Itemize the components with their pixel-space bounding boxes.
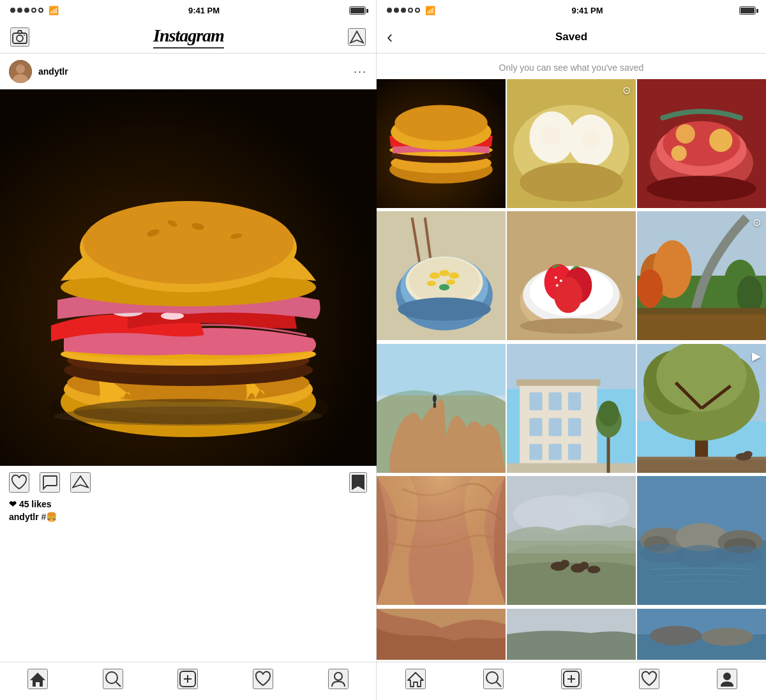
saved-item-building[interactable] bbox=[507, 344, 636, 473]
instagram-logo: Instagram bbox=[153, 26, 224, 48]
avatar[interactable] bbox=[9, 60, 32, 83]
svg-rect-113 bbox=[507, 463, 636, 473]
saved-item-partial1[interactable] bbox=[377, 609, 506, 660]
signal-dots-right bbox=[387, 8, 420, 13]
camera-button[interactable] bbox=[10, 27, 29, 47]
svg-point-85 bbox=[520, 318, 623, 334]
saved-item-antelope[interactable] bbox=[377, 476, 506, 605]
svg-rect-105 bbox=[568, 392, 581, 410]
home-nav-button-right[interactable] bbox=[405, 669, 426, 689]
wifi-icon: 📶 bbox=[49, 6, 59, 15]
status-time-right: 9:41 PM bbox=[571, 6, 603, 15]
svg-rect-110 bbox=[549, 443, 562, 459]
bottom-nav-left bbox=[0, 662, 376, 700]
svg-rect-154 bbox=[507, 609, 636, 634]
right-panel: 📶 9:41 PM ‹ Saved Only you can see what … bbox=[377, 0, 766, 700]
svg-marker-30 bbox=[73, 476, 88, 488]
heart-nav-button[interactable] bbox=[253, 669, 273, 689]
like-button[interactable] bbox=[9, 472, 29, 493]
dot2 bbox=[17, 8, 22, 13]
more-options-button[interactable]: ··· bbox=[354, 65, 367, 78]
bottom-nav-right bbox=[377, 662, 766, 700]
status-bar-right: 📶 9:41 PM bbox=[377, 0, 766, 20]
svg-point-90 bbox=[637, 269, 663, 308]
saved-item-meadow[interactable] bbox=[507, 476, 636, 605]
svg-line-160 bbox=[497, 682, 501, 687]
username[interactable]: andytlr bbox=[38, 66, 68, 77]
saved-item-autumn[interactable]: ⊙ bbox=[637, 211, 766, 340]
share-button[interactable] bbox=[70, 472, 91, 493]
status-time-left: 9:41 PM bbox=[188, 6, 220, 15]
dot4 bbox=[31, 8, 36, 13]
saved-header: ‹ Saved bbox=[377, 20, 766, 54]
video-icon-tree: ▶ bbox=[752, 349, 761, 363]
svg-point-71 bbox=[427, 281, 436, 286]
svg-point-48 bbox=[543, 126, 562, 145]
bookmark-button[interactable] bbox=[349, 472, 367, 493]
svg-point-157 bbox=[650, 625, 702, 644]
profile-nav-button-right[interactable] bbox=[717, 669, 737, 689]
svg-point-74 bbox=[398, 298, 490, 321]
saved-item-eggs[interactable]: ⊙ bbox=[507, 79, 636, 208]
svg-point-7 bbox=[17, 65, 24, 73]
svg-rect-103 bbox=[529, 392, 542, 410]
post-caption: andytlr #🍔 bbox=[9, 512, 367, 522]
add-nav-button-right[interactable] bbox=[561, 669, 582, 689]
caption-text: #🍔 bbox=[41, 512, 57, 522]
svg-point-59 bbox=[647, 176, 756, 202]
profile-nav-button[interactable] bbox=[328, 669, 349, 689]
saved-item-porridge[interactable] bbox=[377, 211, 506, 340]
svg-point-2 bbox=[24, 34, 25, 36]
action-icons-left bbox=[9, 472, 91, 493]
svg-point-69 bbox=[439, 270, 449, 276]
svg-point-129 bbox=[744, 451, 753, 457]
svg-rect-111 bbox=[568, 443, 581, 459]
saved-grid: ⊙ bbox=[377, 79, 766, 662]
comment-button[interactable] bbox=[40, 472, 60, 493]
svg-point-23 bbox=[83, 201, 294, 284]
rdot5 bbox=[415, 8, 420, 13]
saved-item-tree[interactable]: ▶ bbox=[637, 344, 766, 473]
dot5 bbox=[38, 8, 43, 13]
saved-item-bowl[interactable] bbox=[637, 79, 766, 208]
home-nav-button[interactable] bbox=[27, 669, 48, 689]
add-nav-button[interactable] bbox=[177, 669, 198, 689]
saved-item-partial3[interactable] bbox=[637, 609, 766, 660]
svg-point-58 bbox=[672, 145, 687, 161]
saved-item-rocks[interactable] bbox=[637, 476, 766, 605]
rdot4 bbox=[408, 8, 413, 13]
saved-item-canyon[interactable] bbox=[377, 344, 506, 473]
svg-point-159 bbox=[486, 672, 498, 683]
svg-point-70 bbox=[449, 272, 459, 279]
user-info: andytlr bbox=[9, 60, 68, 83]
likes-count: ❤ 45 likes bbox=[9, 499, 367, 509]
rdot2 bbox=[394, 8, 399, 13]
privacy-note: Only you can see what you've saved bbox=[377, 54, 766, 79]
svg-point-123 bbox=[656, 344, 746, 412]
back-button[interactable]: ‹ bbox=[387, 27, 393, 47]
saved-item-partial2[interactable] bbox=[507, 609, 636, 660]
wifi-icon-right: 📶 bbox=[425, 6, 435, 15]
svg-point-44 bbox=[394, 105, 487, 141]
app-header: Instagram bbox=[0, 20, 376, 54]
svg-rect-131 bbox=[377, 476, 506, 605]
dot1 bbox=[10, 8, 15, 13]
search-nav-button[interactable] bbox=[103, 669, 123, 689]
send-button[interactable] bbox=[348, 28, 366, 46]
svg-point-135 bbox=[565, 492, 629, 525]
saved-item-strawberry[interactable] bbox=[507, 211, 636, 340]
svg-marker-3 bbox=[350, 31, 363, 43]
burger-image-svg bbox=[0, 89, 377, 466]
svg-point-82 bbox=[555, 276, 557, 279]
svg-point-83 bbox=[560, 279, 562, 282]
status-bar-left: 📶 9:41 PM bbox=[0, 0, 376, 20]
search-nav-button-right[interactable] bbox=[483, 669, 504, 689]
saved-item-burger[interactable] bbox=[377, 79, 506, 208]
svg-point-137 bbox=[560, 560, 569, 567]
svg-point-158 bbox=[702, 627, 753, 645]
post-image[interactable] bbox=[0, 89, 377, 466]
svg-point-84 bbox=[556, 285, 559, 287]
battery-fill bbox=[350, 8, 364, 13]
caption-username[interactable]: andytlr bbox=[9, 512, 39, 522]
heart-nav-button-right[interactable] bbox=[639, 669, 659, 689]
